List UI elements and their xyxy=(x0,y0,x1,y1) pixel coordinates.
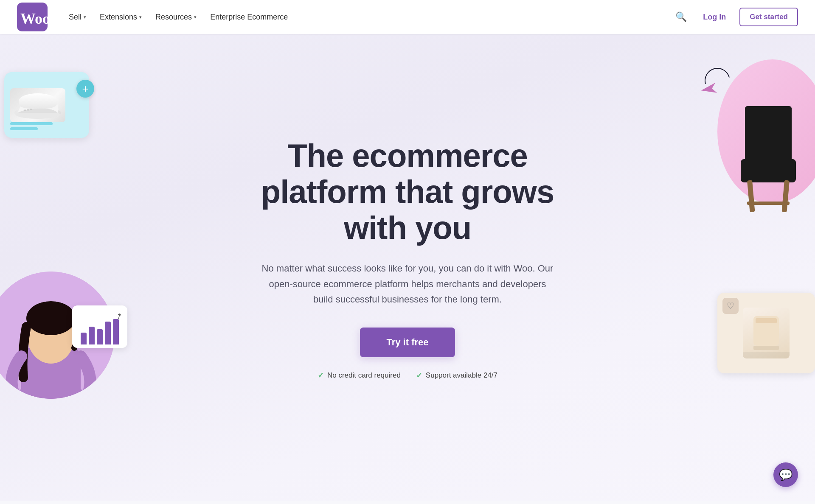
svg-point-7 xyxy=(8,382,93,399)
extensions-chevron: ▾ xyxy=(139,14,142,20)
bar-3 xyxy=(97,329,103,344)
resources-label: Resources xyxy=(155,13,192,22)
search-icon[interactable]: 🔍 xyxy=(673,9,689,25)
pink-circle-bg xyxy=(717,59,815,204)
check-icon-1: ✓ xyxy=(318,371,324,380)
nav-links: Sell ▾ Extensions ▾ Resources ▾ Enterpri… xyxy=(63,9,673,25)
plane-icon xyxy=(699,79,719,102)
hero-section: + xyxy=(0,34,815,501)
chat-icon: 💬 xyxy=(779,468,793,482)
svg-rect-13 xyxy=(741,159,796,182)
product-card: ♡ xyxy=(717,293,815,373)
svg-rect-16 xyxy=(747,202,790,205)
svg-point-5 xyxy=(30,109,32,110)
cta-try-button[interactable]: Try it free xyxy=(360,328,455,357)
card-line-2 xyxy=(10,127,38,130)
resources-chevron: ▾ xyxy=(194,14,197,20)
person-circle xyxy=(0,272,115,399)
svg-rect-15 xyxy=(781,180,789,212)
chair-svg xyxy=(726,89,811,216)
svg-point-4 xyxy=(27,109,29,111)
curve-decoration xyxy=(700,63,735,98)
nav-item-extensions[interactable]: Extensions ▾ xyxy=(94,9,148,25)
extensions-label: Extensions xyxy=(100,13,137,22)
hero-title: The ecommerce platform that grows with y… xyxy=(259,137,556,246)
svg-point-2 xyxy=(16,110,60,119)
svg-point-6 xyxy=(0,272,115,399)
bar-5 xyxy=(113,319,119,344)
check-icon-2: ✓ xyxy=(416,371,422,380)
svg-text:Woo: Woo xyxy=(20,10,48,27)
hero-subtitle: No matter what success looks like for yo… xyxy=(259,261,556,307)
svg-point-10 xyxy=(26,301,76,335)
hero-content: The ecommerce platform that grows with y… xyxy=(250,137,565,380)
enterprise-label: Enterprise Ecommerce xyxy=(210,13,288,22)
svg-rect-19 xyxy=(753,346,779,350)
plus-button: + xyxy=(76,80,94,98)
nav-right: 🔍 Log in Get started xyxy=(673,8,798,26)
chair-area xyxy=(696,55,815,216)
svg-rect-8 xyxy=(21,348,81,399)
product-item xyxy=(743,308,790,358)
badge-no-credit-card: ✓ No credit card required xyxy=(318,371,401,380)
chart-bars xyxy=(81,319,119,344)
nav-item-enterprise[interactable]: Enterprise Ecommerce xyxy=(204,9,294,25)
svg-rect-17 xyxy=(753,316,779,346)
logo[interactable]: Woo xyxy=(17,3,48,31)
get-started-button[interactable]: Get started xyxy=(739,8,798,26)
bar-4 xyxy=(105,322,111,344)
sell-chevron: ▾ xyxy=(84,14,86,20)
chart-card: ↗ xyxy=(72,305,127,348)
shoe-card: + xyxy=(4,72,89,138)
badge-support: ✓ Support available 24/7 xyxy=(416,371,497,380)
chat-bubble-button[interactable]: 💬 xyxy=(773,462,798,487)
chart-arrow-icon: ↗ xyxy=(114,311,124,322)
svg-rect-18 xyxy=(756,318,777,323)
nav-item-resources[interactable]: Resources ▾ xyxy=(149,9,202,25)
svg-rect-12 xyxy=(745,106,792,161)
shoe-image xyxy=(10,88,65,122)
heart-icon: ♡ xyxy=(722,298,739,314)
right-decorations: ♡ xyxy=(688,42,815,424)
svg-marker-11 xyxy=(700,83,717,95)
card-lines xyxy=(10,122,53,130)
svg-point-3 xyxy=(24,109,26,111)
card-line-1 xyxy=(10,122,53,125)
bar-2 xyxy=(89,327,95,344)
left-decorations: + xyxy=(0,59,119,407)
hero-badges: ✓ No credit card required ✓ Support avai… xyxy=(259,371,556,380)
bar-1 xyxy=(81,333,87,344)
nav-item-sell[interactable]: Sell ▾ xyxy=(63,9,92,25)
login-button[interactable]: Log in xyxy=(698,9,731,25)
svg-rect-14 xyxy=(747,180,755,212)
svg-point-9 xyxy=(28,311,74,364)
sell-label: Sell xyxy=(69,13,82,22)
navbar: Woo Sell ▾ Extensions ▾ Resources ▾ Ente… xyxy=(0,0,815,34)
